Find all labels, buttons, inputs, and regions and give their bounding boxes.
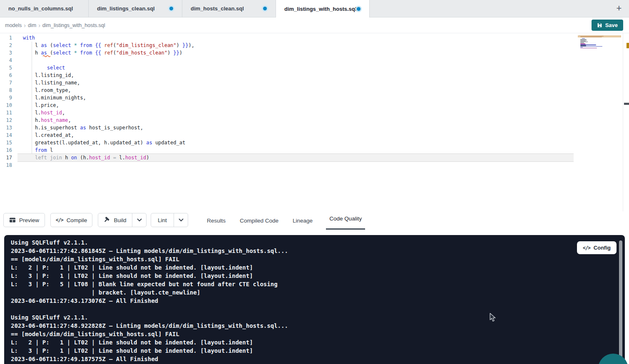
lint-dropdown-button[interactable] bbox=[174, 213, 188, 227]
breadcrumb-item[interactable]: dim bbox=[28, 22, 36, 28]
minimap-line bbox=[580, 41, 586, 41]
terminal-line: == [models/dim/dim_listings_with_hosts.s… bbox=[11, 255, 625, 263]
file-tab[interactable]: no_nulls_in_columns.sql bbox=[0, 0, 89, 17]
terminal-scrollbar[interactable] bbox=[619, 240, 622, 364]
minimap-line bbox=[580, 48, 597, 48]
code-line[interactable]: 15 greatest(l.updated_at, h.updated_at) … bbox=[0, 139, 629, 146]
breadcrumb-item[interactable]: models bbox=[5, 22, 22, 28]
code-line[interactable]: 17 left join h on (h.host_id = l.host_id… bbox=[0, 154, 629, 161]
code-line[interactable]: 6 l.listing_id, bbox=[0, 72, 629, 79]
terminal-line: L: 3 | P: 5 | LT08 | Blank line expected… bbox=[11, 280, 625, 288]
terminal-line: 2023-06-06T11:27:42.861845Z — Linting mo… bbox=[11, 247, 625, 255]
editor-scroll-track bbox=[623, 33, 623, 211]
code-line[interactable]: 8 l.room_type, bbox=[0, 87, 629, 94]
code-line[interactable]: 11 l.host_id, bbox=[0, 109, 629, 116]
lint-button[interactable]: Lint bbox=[151, 213, 174, 227]
code-line[interactable]: 2 l as (select * from {{ ref("dim_listin… bbox=[0, 42, 629, 49]
line-number: 2 bbox=[0, 42, 12, 49]
terminal-line: L: 3 | P: 1 | LT02 | Line should not be … bbox=[11, 272, 625, 280]
new-tab-button[interactable]: + bbox=[613, 2, 625, 14]
unsaved-changes-dot bbox=[263, 7, 267, 10]
code-line[interactable]: 9 l.minimum_nights, bbox=[0, 94, 629, 102]
code-line[interactable]: 13 h.is_superhost as host_is_superhost, bbox=[0, 124, 629, 131]
minimap-line bbox=[580, 42, 588, 42]
compile-button[interactable]: </> Compile bbox=[50, 213, 92, 227]
panel-tab-results[interactable]: Results bbox=[206, 211, 226, 230]
code-text: h.is_superhost as host_is_superhost, bbox=[12, 124, 143, 131]
code-line[interactable]: 18 bbox=[0, 161, 629, 169]
line-number: 3 bbox=[0, 49, 12, 57]
file-header: models›dim›dim_listings_with_hosts.sql S… bbox=[0, 17, 629, 33]
save-label: Save bbox=[605, 22, 618, 28]
code-line[interactable]: 4 bbox=[0, 57, 629, 64]
code-text: select bbox=[12, 64, 65, 72]
table-icon bbox=[9, 217, 16, 223]
file-tab[interactable]: dim_hosts_clean.sql bbox=[182, 0, 276, 17]
code-text: l.room_type, bbox=[12, 87, 71, 94]
file-tab-label: dim_listings_with_hosts.sql bbox=[284, 6, 356, 12]
minimap-line bbox=[580, 42, 584, 43]
preview-button[interactable]: Preview bbox=[3, 213, 45, 227]
code-line[interactable]: 5 select bbox=[0, 64, 629, 72]
config-label: Config bbox=[594, 245, 611, 251]
panel-tab-compiled-code[interactable]: Compiled Code bbox=[239, 211, 279, 230]
code-text: l.listing_name, bbox=[12, 79, 80, 87]
code-text: l.listing_id, bbox=[12, 72, 74, 79]
file-tab-label: dim_hosts_clean.sql bbox=[191, 5, 244, 12]
save-button[interactable]: Save bbox=[592, 20, 623, 31]
minimap[interactable] bbox=[578, 35, 621, 84]
config-button[interactable]: </> Config bbox=[577, 241, 617, 254]
terminal-output[interactable]: Using SQLFluff v2.1.1.2023-06-06T11:27:4… bbox=[4, 235, 625, 364]
line-number: 17 bbox=[0, 154, 12, 161]
line-number: 18 bbox=[0, 161, 12, 169]
code-line[interactable]: 12 h.host_name, bbox=[0, 116, 629, 124]
code-line[interactable]: 16 from l bbox=[0, 146, 629, 154]
code-editor[interactable]: 1with2 l as (select * from {{ ref("dim_l… bbox=[0, 33, 629, 211]
build-button-group: Build bbox=[98, 213, 147, 227]
hammer-icon bbox=[104, 217, 110, 223]
file-tabs: no_nulls_in_columns.sqldim_listings_clea… bbox=[0, 0, 370, 17]
code-line[interactable]: 7 l.listing_name, bbox=[0, 79, 629, 87]
code-line[interactable]: 1with bbox=[0, 34, 629, 42]
line-number: 10 bbox=[0, 102, 12, 109]
line-number: 1 bbox=[0, 34, 12, 42]
dbt-ide-window: no_nulls_in_columns.sqldim_listings_clea… bbox=[0, 0, 629, 364]
file-tab[interactable]: dim_listings_with_hosts.sql bbox=[276, 0, 370, 17]
terminal-line: | bracket. [layout.cte_newline] bbox=[11, 288, 625, 297]
code-text: left join h on (h.host_id = l.host_id) bbox=[12, 154, 149, 161]
breadcrumb-item[interactable]: dim_listings_with_hosts.sql bbox=[42, 22, 105, 28]
result-panel-tabs: ResultsCompiled CodeLineageCode Quality bbox=[206, 211, 365, 230]
code-line[interactable]: 3 h as (select * from {{ ref("dim_hosts_… bbox=[0, 49, 629, 57]
action-bar: Preview </> Compile Build bbox=[0, 211, 629, 230]
line-number: 12 bbox=[0, 116, 12, 124]
code-text: h as (select * from {{ ref("dim_hosts_cl… bbox=[12, 49, 182, 57]
panel-tab-lineage[interactable]: Lineage bbox=[292, 211, 313, 230]
build-label: Build bbox=[114, 217, 126, 223]
minimap-highlight-band bbox=[578, 35, 621, 37]
terminal-line: 2023-06-06T11:27:49.187575Z — All Finish… bbox=[11, 355, 625, 363]
build-dropdown-button[interactable] bbox=[132, 213, 146, 227]
code-text: l as (select * from {{ ref("dim_listings… bbox=[12, 42, 194, 49]
code-text: with bbox=[12, 34, 35, 42]
lint-button-group: Lint bbox=[151, 213, 188, 227]
terminal-line: 2023-06-06T11:27:43.173076Z — All Finish… bbox=[11, 297, 625, 305]
line-number: 9 bbox=[0, 94, 12, 102]
line-number: 6 bbox=[0, 72, 12, 79]
code-icon: </> bbox=[56, 217, 63, 223]
code-text: from l bbox=[12, 146, 53, 154]
preview-label: Preview bbox=[19, 217, 39, 223]
breadcrumb-separator: › bbox=[24, 22, 26, 28]
chevron-down-icon bbox=[137, 218, 142, 222]
editor-tab-bar: no_nulls_in_columns.sqldim_listings_clea… bbox=[0, 0, 629, 17]
code-line[interactable]: 14 l.created_at, bbox=[0, 131, 629, 139]
line-number: 4 bbox=[0, 57, 12, 64]
breadcrumb: models›dim›dim_listings_with_hosts.sql bbox=[0, 22, 106, 28]
minimap-line bbox=[580, 46, 602, 47]
build-button[interactable]: Build bbox=[98, 213, 132, 227]
code-text bbox=[12, 57, 23, 64]
code-line[interactable]: 10 l.price, bbox=[0, 102, 629, 109]
file-tab[interactable]: dim_listings_clean.sql bbox=[89, 0, 182, 17]
line-number: 13 bbox=[0, 124, 12, 131]
unsaved-changes-dot bbox=[357, 7, 360, 11]
panel-tab-code-quality[interactable]: Code Quality bbox=[326, 211, 365, 230]
